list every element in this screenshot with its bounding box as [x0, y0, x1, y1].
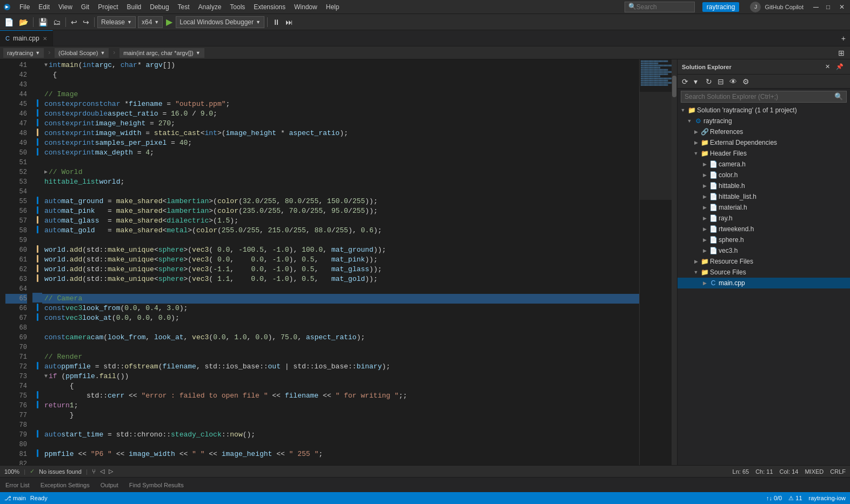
tab-main-cpp[interactable]: C main.cpp ✕ — [0, 30, 53, 46]
menu-test[interactable]: Test — [174, 2, 194, 12]
se-pin-button[interactable]: 📌 — [834, 62, 846, 71]
se-filter-button[interactable]: ▾ — [692, 76, 702, 87]
chevron-down-icon: ▼ — [35, 50, 40, 56]
project-name[interactable]: raytracing-iow — [809, 495, 846, 501]
fold-icon[interactable]: ▼ — [44, 372, 48, 381]
se-search-input[interactable] — [685, 93, 834, 100]
tree-rtweekend-h[interactable]: ▶ 📄 rtweekend.h — [678, 224, 850, 234]
line-number: 61 — [5, 255, 27, 265]
menu-search-input[interactable] — [636, 3, 691, 11]
tab-close-icon[interactable]: ✕ — [43, 36, 47, 42]
se-close-button[interactable]: ✕ — [823, 62, 834, 71]
tree-solution[interactable]: ▼ 📁 Solution 'raytracing' (1 of 1 projec… — [678, 105, 850, 116]
menu-search-box[interactable]: 🔍 — [625, 2, 695, 12]
menu-extensions[interactable]: Extensions — [249, 2, 290, 12]
step-button[interactable]: ⏭ — [283, 17, 295, 28]
main-content: 4142434445464748495051525354555657585960… — [0, 59, 850, 465]
file-scope-dropdown[interactable]: raytracing ▼ — [3, 48, 44, 58]
run-button[interactable]: ▶ — [164, 16, 175, 28]
tree-vec3-h[interactable]: ▶ 📄 vec3.h — [678, 245, 850, 256]
encoding[interactable]: MIXED — [805, 468, 824, 475]
se-view-button[interactable]: 👁 — [727, 76, 739, 87]
menu-view[interactable]: View — [54, 2, 77, 12]
menu-debug[interactable]: Debug — [145, 2, 173, 12]
new-file-button[interactable]: 📄 — [2, 17, 16, 28]
se-collapse-button[interactable]: ⊟ — [715, 76, 726, 87]
menu-git[interactable]: Git — [77, 2, 94, 12]
tree-hittable-list-h[interactable]: ▶ 📄 hittable_list.h — [678, 191, 850, 202]
redo-button[interactable]: ↪ — [81, 17, 91, 28]
configuration-dropdown[interactable]: Release ▼ — [97, 16, 136, 28]
code-line — [42, 236, 639, 245]
menu-help[interactable]: Help — [322, 2, 344, 12]
user-avatar[interactable]: J — [750, 2, 761, 12]
line-number: 44 — [5, 90, 27, 99]
open-button[interactable]: 📂 — [17, 17, 30, 28]
code-gutter — [32, 59, 42, 465]
rtweekend-h-label: rtweekend.h — [719, 225, 847, 233]
code-editor[interactable]: 4142434445464748495051525354555657585960… — [5, 59, 677, 465]
se-search-box[interactable]: 🔍 — [681, 91, 847, 103]
git-branch[interactable]: ⎇ main — [4, 495, 26, 502]
tree-references[interactable]: ▶ 🔗 References — [678, 126, 850, 137]
gutter-indicator — [32, 234, 42, 244]
vertical-scrollbar[interactable] — [672, 59, 677, 465]
close-button[interactable]: ✕ — [837, 2, 848, 12]
tree-source-files[interactable]: ▼ 📁 Source Files — [678, 267, 850, 278]
add-tab-button[interactable]: + — [837, 30, 850, 46]
fold-icon[interactable]: ▼ — [44, 61, 48, 70]
save-button[interactable]: 💾 — [36, 17, 50, 28]
tab-output[interactable]: Output — [95, 478, 124, 492]
menu-analyze[interactable]: Analyze — [194, 2, 226, 12]
code-body[interactable]: ▼ int main(int argc, char* argv[]) { // … — [42, 59, 639, 465]
tab-find-symbol[interactable]: Find Symbol Results — [124, 478, 189, 492]
error-count[interactable]: ⚠ 11 — [788, 495, 802, 502]
tree-project[interactable]: ▼ ⚙ raytracing — [678, 116, 850, 126]
debugger-dropdown[interactable]: Local Windows Debugger ▼ — [176, 16, 264, 28]
platform-dropdown[interactable]: x64 ▼ — [138, 16, 163, 28]
zoom-level[interactable]: 100% — [4, 468, 19, 475]
minimize-button[interactable]: ─ — [811, 2, 822, 12]
se-settings-button[interactable]: ⚙ — [740, 76, 752, 87]
menu-file[interactable]: File — [15, 2, 34, 12]
line-number: 51 — [5, 158, 27, 167]
menu-tools[interactable]: Tools — [225, 2, 249, 12]
line-ending[interactable]: CRLF — [830, 468, 846, 475]
tree-main-cpp[interactable]: ▶ C main.cpp — [678, 278, 850, 288]
split-editor-button[interactable]: ⊞ — [836, 48, 847, 58]
undo-button[interactable]: ↩ — [69, 17, 79, 28]
tree-ray-h[interactable]: ▶ 📄 ray.h — [678, 213, 850, 224]
tree-ext-deps[interactable]: ▶ 📁 External Dependencies — [678, 137, 850, 148]
se-sync-button[interactable]: ⟳ — [680, 76, 690, 87]
tree-header-files[interactable]: ▼ 📁 Header Files — [678, 148, 850, 159]
line-number: 76 — [5, 401, 27, 411]
gutter-indicator — [32, 371, 42, 380]
tree-sphere-h[interactable]: ▶ 📄 sphere.h — [678, 234, 850, 245]
tree-color-h[interactable]: ▶ 📄 color.h — [678, 170, 850, 180]
menu-project[interactable]: Project — [94, 2, 122, 12]
scope-label: (Global Scope) — [58, 50, 98, 56]
se-refresh-button[interactable]: ↻ — [703, 76, 714, 87]
find-results[interactable]: ↑↓ 0/0 — [766, 495, 782, 501]
menu-window[interactable]: Window — [290, 2, 322, 12]
symbol-dropdown[interactable]: main(int argc, char *argv[]) ▼ — [119, 48, 204, 58]
git-icon: ⎇ — [4, 495, 11, 502]
tree-resource-files[interactable]: ▶ 📁 Resource Files — [678, 256, 850, 267]
maximize-button[interactable]: □ — [824, 2, 835, 12]
line-number: 82 — [5, 459, 27, 465]
configuration-value: Release — [101, 18, 125, 26]
tree-material-h[interactable]: ▶ 📄 material.h — [678, 202, 850, 213]
tree-hittable-h[interactable]: ▶ 📄 hittable.h — [678, 180, 850, 191]
tab-exception-settings[interactable]: Exception Settings — [35, 478, 95, 492]
gutter-indicator — [32, 166, 42, 176]
tree-camera-h[interactable]: ▶ 📄 camera.h — [678, 159, 850, 170]
scope-dropdown[interactable]: (Global Scope) ▼ — [55, 48, 109, 58]
tab-error-list[interactable]: Error List — [0, 478, 35, 492]
menu-edit[interactable]: Edit — [34, 2, 54, 12]
gutter-indicator — [32, 283, 42, 293]
fold-icon[interactable]: ▶ — [44, 167, 48, 177]
menu-build[interactable]: Build — [123, 2, 146, 12]
line-col[interactable]: Ln: 65 — [733, 468, 749, 475]
breakpoints-button[interactable]: ⏸ — [270, 17, 282, 28]
save-all-button[interactable]: 🗂 — [51, 17, 63, 28]
